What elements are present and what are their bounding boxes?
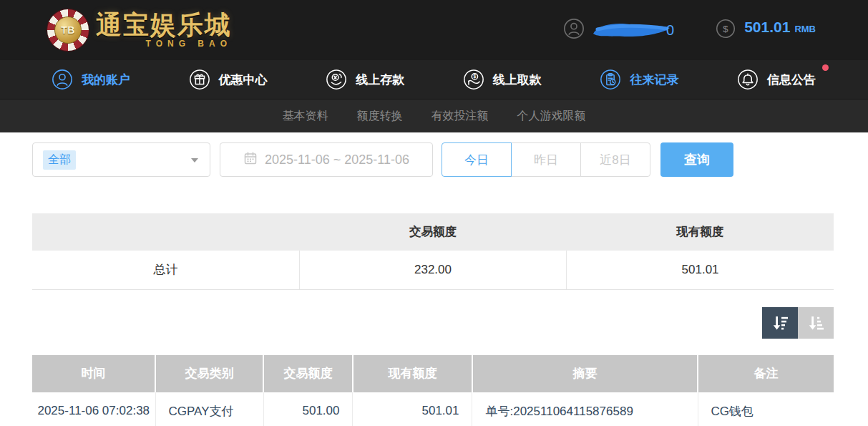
- nav-item-my-account[interactable]: 我的账户: [52, 69, 130, 90]
- records-header-remark: 备注: [698, 355, 834, 392]
- date-range-value: 2025-11-06 ~ 2025-11-06: [265, 153, 409, 168]
- record-transaction-amount: 501.00: [263, 392, 353, 426]
- records-header-type: 交易类别: [155, 355, 263, 392]
- content-area: 全部 2025-11-: [0, 142, 868, 426]
- summary-total-label: 总计: [32, 251, 299, 289]
- svg-text:$: $: [723, 24, 729, 34]
- records-icon: [600, 69, 621, 90]
- type-select-value: 全部: [43, 150, 76, 170]
- records-header-row: 时间 交易类别 交易额度 现有额度 摘要 备注: [32, 355, 834, 392]
- redacted-username: 0: [589, 19, 674, 42]
- nav-item-promotions[interactable]: 优惠中心: [189, 69, 268, 90]
- nav-item-withdraw[interactable]: $ 线上取款: [463, 69, 542, 90]
- nav-label: 往来记录: [630, 72, 678, 88]
- svg-text:$: $: [473, 74, 476, 79]
- main-nav: 我的账户 优惠中心: [0, 60, 868, 99]
- chevron-down-icon: [191, 158, 198, 163]
- balance-display: $ 501.01 RMB: [716, 19, 816, 42]
- record-current-balance: 501.01: [353, 392, 472, 426]
- notification-dot: [822, 64, 829, 71]
- withdraw-icon: $: [463, 69, 484, 90]
- summary-header-empty: [32, 213, 299, 251]
- nav-label: 信息公告: [767, 72, 816, 88]
- redaction-scribble-icon: [589, 19, 673, 42]
- balance-currency: RMB: [794, 24, 816, 34]
- logo-title: 通宝娱乐城: [96, 12, 232, 38]
- records-table: 时间 交易类别 交易额度 现有额度 摘要 备注 2025-11-06 07:02…: [32, 355, 834, 426]
- balance-amount: 501.01: [744, 19, 790, 36]
- quick-btn-last-8-days[interactable]: 近8日: [580, 142, 650, 177]
- summary-header-current-balance: 现有额度: [567, 213, 834, 251]
- nav-item-deposit[interactable]: 线上存款: [326, 69, 404, 90]
- type-select[interactable]: 全部: [32, 142, 210, 177]
- nav-label: 线上存款: [356, 72, 404, 88]
- records-header-transaction-amount: 交易额度: [263, 355, 353, 392]
- username-suffix: 0: [666, 22, 674, 39]
- record-remark: CG钱包: [698, 392, 834, 426]
- bell-icon: [737, 69, 759, 90]
- nav-item-notices[interactable]: 信息公告: [737, 69, 816, 90]
- nav-item-records[interactable]: 往来记录: [600, 69, 678, 90]
- calendar-icon: [243, 151, 258, 169]
- top-header: TB 通宝娱乐城 TONG BAO: [0, 0, 868, 60]
- nav-label: 优惠中心: [219, 72, 268, 88]
- user-icon: [563, 18, 585, 42]
- summary-header-row: 交易额度 现有额度: [32, 213, 834, 251]
- quick-btn-yesterday[interactable]: 昨日: [511, 142, 581, 177]
- nav-label: 我的账户: [82, 72, 130, 88]
- records-header-summary: 摘要: [472, 355, 698, 392]
- search-button[interactable]: 查询: [660, 142, 733, 177]
- subnav-item-game-limits[interactable]: 个人游戏限额: [517, 109, 586, 124]
- summary-current-balance: 501.01: [567, 251, 834, 289]
- record-time: 2025-11-06 07:02:38: [32, 392, 155, 426]
- sort-descending-button[interactable]: [762, 307, 798, 339]
- quick-range-group: 今日 昨日 近8日: [442, 142, 650, 177]
- table-row: 2025-11-06 07:02:38 CGPAY支付 501.00 501.0…: [32, 392, 834, 426]
- subnav-item-valid-bets[interactable]: 有效投注额: [431, 109, 489, 124]
- account-icon: [52, 69, 73, 90]
- subnav-item-basic-info[interactable]: 基本资料: [283, 109, 328, 124]
- gift-icon: [189, 69, 210, 90]
- summary-table: 交易额度 现有额度 总计 232.00 501.01: [32, 213, 834, 290]
- nav-label: 线上取款: [493, 72, 542, 88]
- summary-total-row: 总计 232.00 501.01: [32, 251, 834, 289]
- record-type: CGPAY支付: [155, 392, 263, 426]
- dollar-icon: $: [716, 19, 736, 42]
- sort-controls: [32, 307, 834, 339]
- summary-transaction-amount: 232.00: [299, 251, 566, 289]
- date-range-input[interactable]: 2025-11-06 ~ 2025-11-06: [220, 142, 433, 177]
- site-logo[interactable]: TB 通宝娱乐城 TONG BAO: [47, 9, 232, 51]
- summary-header-transaction-amount: 交易额度: [299, 213, 566, 251]
- records-header-time: 时间: [32, 355, 155, 392]
- deposit-icon: [326, 69, 347, 90]
- logo-subtitle: TONG BAO: [96, 39, 232, 48]
- records-header-current-balance: 现有额度: [353, 355, 472, 392]
- sort-ascending-button[interactable]: [798, 307, 834, 339]
- quick-btn-today[interactable]: 今日: [442, 142, 512, 177]
- chip-monogram: TB: [54, 16, 82, 44]
- top-right-cluster: 0 $ 501.01 RMB: [563, 18, 816, 42]
- logo-text: 通宝娱乐城 TONG BAO: [96, 12, 232, 48]
- sort-desc-icon: [771, 314, 789, 332]
- subnav-item-credit-transfer[interactable]: 额度转换: [357, 109, 403, 124]
- page: TB 通宝娱乐城 TONG BAO: [0, 0, 868, 426]
- casino-chip-icon: TB: [47, 9, 89, 51]
- sub-nav: 基本资料 额度转换 有效投注额 个人游戏限额: [0, 99, 868, 132]
- record-summary: 单号:202511064115876589: [472, 392, 698, 426]
- user-account[interactable]: 0: [563, 18, 674, 42]
- filter-row: 全部 2025-11-: [32, 142, 834, 177]
- sort-asc-icon: [806, 314, 825, 332]
